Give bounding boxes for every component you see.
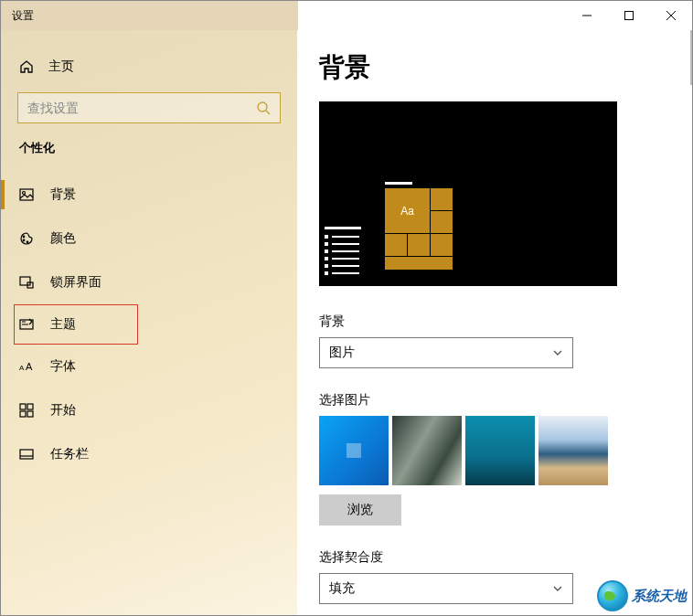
browse-button[interactable]: 浏览 <box>319 494 401 526</box>
minimize-icon <box>582 11 592 20</box>
nav-label: 背景 <box>50 186 76 203</box>
image-thumbnails <box>319 416 670 485</box>
nav-label: 锁屏界面 <box>50 274 101 291</box>
svg-point-9 <box>23 239 25 241</box>
svg-rect-6 <box>20 189 33 200</box>
nav-label: 任务栏 <box>50 446 89 462</box>
close-button[interactable] <box>650 1 692 30</box>
window-body: 主页 个性化 背景 颜色 锁屏 <box>1 30 692 615</box>
svg-rect-20 <box>20 450 33 459</box>
svg-rect-11 <box>20 277 30 285</box>
titlebar: 设置 <box>1 1 692 30</box>
maximize-button[interactable] <box>608 1 650 30</box>
dropdown-value: 图片 <box>329 345 355 361</box>
nav-item-lockscreen[interactable]: 锁屏界面 <box>1 260 297 304</box>
search-icon <box>256 101 271 115</box>
home-link[interactable]: 主页 <box>1 48 297 85</box>
preview-tile-sample: Aa <box>385 188 430 233</box>
svg-point-10 <box>27 241 28 243</box>
chevron-down-icon <box>552 583 563 594</box>
nav-label: 主题 <box>50 316 76 333</box>
palette-icon <box>19 231 34 246</box>
svg-rect-16 <box>20 404 26 409</box>
svg-line-5 <box>266 111 270 114</box>
svg-rect-1 <box>625 12 634 20</box>
chevron-down-icon <box>552 347 563 358</box>
svg-text:A: A <box>26 361 33 372</box>
maximize-icon <box>624 11 634 20</box>
nav-list: 背景 颜色 锁屏界面 主题 AA 字体 <box>1 173 297 476</box>
scrollbar[interactable] <box>690 30 692 85</box>
lockscreen-icon <box>19 275 34 290</box>
svg-rect-17 <box>27 404 33 409</box>
search-container <box>17 92 281 123</box>
nav-item-start[interactable]: 开始 <box>1 388 297 432</box>
nav-label: 字体 <box>50 358 76 375</box>
nav-item-background[interactable]: 背景 <box>1 173 297 217</box>
close-icon <box>666 11 676 20</box>
nav-item-colors[interactable]: 颜色 <box>1 217 297 260</box>
page-title: 背景 <box>319 50 670 85</box>
window-title: 设置 <box>1 8 34 24</box>
watermark: 系统天地 <box>597 580 687 611</box>
watermark-text: 系统天地 <box>632 588 687 605</box>
taskbar-icon <box>19 447 34 462</box>
browse-label: 浏览 <box>347 502 373 518</box>
nav-label: 开始 <box>50 402 76 419</box>
thumbnail-4[interactable] <box>538 416 608 485</box>
search-input[interactable] <box>27 101 256 115</box>
nav-item-taskbar[interactable]: 任务栏 <box>1 432 297 476</box>
thumbnail-3[interactable] <box>465 416 535 485</box>
desktop-preview: Aa <box>319 101 617 286</box>
nav-item-themes[interactable]: 主题 <box>14 304 138 345</box>
fit-label: 选择契合度 <box>319 549 670 566</box>
svg-point-7 <box>23 192 26 195</box>
fit-dropdown[interactable]: 填充 <box>319 573 573 604</box>
svg-point-8 <box>23 236 25 238</box>
nav-label: 颜色 <box>50 230 76 247</box>
category-title: 个性化 <box>1 140 297 156</box>
font-icon: AA <box>19 359 34 374</box>
minimize-button[interactable] <box>566 1 608 30</box>
picture-icon <box>19 187 34 202</box>
content-area: 背景 Aa <box>297 30 692 615</box>
thumbnail-1[interactable] <box>319 416 389 485</box>
svg-rect-18 <box>20 411 26 417</box>
svg-rect-19 <box>27 411 33 417</box>
choose-image-label: 选择图片 <box>319 392 670 409</box>
start-icon <box>19 403 34 418</box>
svg-point-4 <box>258 102 267 112</box>
thumbnail-2[interactable] <box>392 416 462 485</box>
preview-startmenu <box>325 227 379 279</box>
globe-icon <box>597 580 628 611</box>
background-type-dropdown[interactable]: 图片 <box>319 337 573 368</box>
nav-item-fonts[interactable]: AA 字体 <box>1 345 297 388</box>
home-label: 主页 <box>48 58 74 75</box>
settings-window: 设置 主页 个性化 <box>0 0 693 616</box>
theme-icon <box>19 317 34 332</box>
preview-tiles: Aa <box>385 182 453 279</box>
home-icon <box>19 59 34 74</box>
background-label: 背景 <box>319 313 670 330</box>
search-box[interactable] <box>17 92 281 123</box>
window-controls <box>566 1 692 30</box>
svg-text:A: A <box>19 364 25 372</box>
dropdown-value: 填充 <box>329 580 355 597</box>
sidebar: 主页 个性化 背景 颜色 锁屏 <box>1 30 297 615</box>
